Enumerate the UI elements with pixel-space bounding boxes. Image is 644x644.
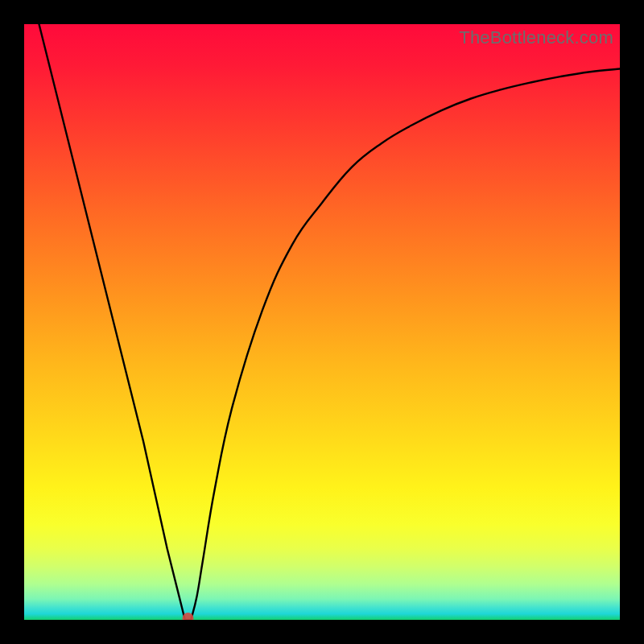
chart-plot-area: TheBottleneck.com [24,24,620,620]
chart-stage: TheBottleneck.com [0,0,644,644]
bottleneck-curve-path [24,24,620,620]
chart-curve-svg [24,24,620,620]
